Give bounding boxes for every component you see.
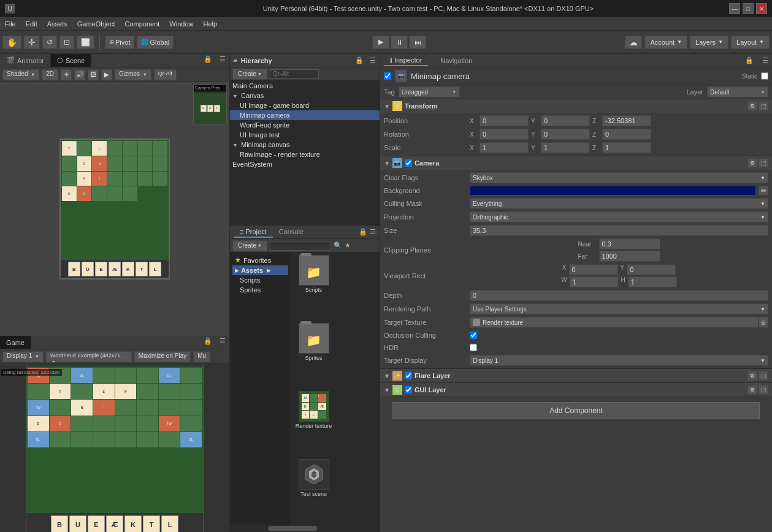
- rendering-path-dropdown[interactable]: Use Player Settings ▼: [470, 303, 768, 314]
- menu-window[interactable]: Window: [164, 19, 198, 29]
- resolution-select[interactable]: WordFeud Example (482x71... ▼: [46, 351, 132, 362]
- hier-wordfeud-sprite[interactable]: WordFeud sprite: [230, 120, 380, 130]
- tag-dropdown[interactable]: Untagged ▼: [399, 86, 460, 97]
- menu-assets[interactable]: Assets: [42, 19, 72, 29]
- inspector-menu-icon[interactable]: ☰: [762, 56, 768, 64]
- position-y-input[interactable]: [541, 115, 590, 126]
- camera-settings-icon[interactable]: ⚙: [747, 158, 757, 168]
- rotation-z-input[interactable]: [602, 129, 651, 140]
- hier-main-camera[interactable]: Main Camera: [230, 81, 380, 91]
- rotate-tool[interactable]: ↺: [42, 36, 57, 49]
- projection-dropdown[interactable]: Orthographic ▼: [470, 211, 768, 222]
- hdr-checkbox[interactable]: [470, 344, 477, 351]
- gui-layer-expand-icon[interactable]: ⬚: [759, 385, 768, 395]
- hier-ui-image-test[interactable]: UI Image test: [230, 130, 380, 140]
- scene-menu-icon[interactable]: ☰: [216, 54, 229, 67]
- menu-file[interactable]: File: [0, 19, 21, 29]
- scene-light-btn[interactable]: ☀: [61, 69, 72, 80]
- project-star-icon[interactable]: ★: [345, 241, 351, 249]
- twod-button[interactable]: 2D: [42, 69, 58, 80]
- tree-scripts[interactable]: Scripts: [232, 275, 288, 285]
- tab-project[interactable]: ≡ Project: [234, 227, 273, 238]
- scale-y-input[interactable]: [541, 142, 590, 153]
- maximize-on-play[interactable]: Maximize on Play: [134, 351, 191, 362]
- hier-canvas[interactable]: ▼ Canvas: [230, 91, 380, 101]
- flare-layer-settings-icon[interactable]: ⚙: [747, 371, 757, 381]
- background-color-picker-icon[interactable]: ✏: [759, 186, 768, 196]
- tab-animator[interactable]: 🎬 Animator: [0, 54, 51, 67]
- hand-tool[interactable]: ✋: [2, 36, 21, 49]
- play-button[interactable]: ▶: [372, 36, 389, 49]
- project-search-icon[interactable]: 🔍: [334, 241, 342, 249]
- menu-edit[interactable]: Edit: [21, 19, 42, 29]
- project-create-button[interactable]: Create ▼: [232, 240, 267, 251]
- vp-h-input[interactable]: [628, 276, 677, 287]
- project-lock-icon[interactable]: 🔒: [359, 228, 367, 236]
- hier-eventsystem[interactable]: EventSystem: [230, 159, 380, 169]
- position-x-input[interactable]: [480, 115, 529, 126]
- asset-test-scene[interactable]: Test scene: [294, 459, 334, 522]
- hierarchy-lock-icon[interactable]: 🔒: [355, 56, 364, 64]
- background-color-swatch[interactable]: [470, 186, 756, 196]
- tree-assets[interactable]: ▶ Assets ▶: [232, 265, 288, 275]
- scene-img-btn[interactable]: 🖼: [88, 69, 99, 80]
- camera-enabled-checkbox[interactable]: [405, 159, 412, 167]
- size-input[interactable]: [470, 225, 768, 236]
- gui-layer-settings-icon[interactable]: ⚙: [747, 385, 757, 395]
- display-select[interactable]: Display 1 ▼: [2, 351, 44, 362]
- tab-inspector[interactable]: ℹ Inspector: [384, 55, 428, 66]
- culling-mask-dropdown[interactable]: Everything ▼: [470, 198, 768, 209]
- occlusion-culling-checkbox[interactable]: [470, 332, 477, 339]
- pivot-button[interactable]: ⊕ Pivot: [105, 36, 134, 49]
- tab-game[interactable]: Game: [0, 336, 31, 349]
- transform-header[interactable]: ▼ ⊕ Transform ⚙ ⬚: [380, 99, 772, 113]
- hier-minimap-canvas[interactable]: ▼ Minimap canvas: [230, 140, 380, 150]
- menu-component[interactable]: Component: [120, 19, 164, 29]
- project-scrollbar[interactable]: [230, 525, 380, 532]
- camera-header[interactable]: ▼ 📷 Camera ⚙ ⬚: [380, 156, 772, 170]
- close-button[interactable]: ✕: [756, 3, 767, 14]
- vp-w-input[interactable]: [570, 276, 619, 287]
- far-input[interactable]: [599, 251, 660, 262]
- layout-button[interactable]: Layout ▼: [731, 36, 770, 49]
- layer-dropdown[interactable]: Default ▼: [707, 86, 768, 97]
- vp-y-input[interactable]: [627, 264, 676, 275]
- step-button[interactable]: ⏭: [409, 36, 426, 49]
- tab-console[interactable]: Console: [273, 227, 310, 238]
- asset-sprites[interactable]: 📁 Sprites: [294, 323, 334, 386]
- target-display-dropdown[interactable]: Display 1 ▼: [470, 355, 768, 366]
- target-texture-select-icon[interactable]: ◎: [759, 317, 768, 328]
- pause-button[interactable]: ⏸: [391, 36, 408, 49]
- shaded-button[interactable]: Shaded ▼: [2, 69, 39, 80]
- cloud-button[interactable]: ☁: [625, 36, 642, 49]
- camera-expand-icon[interactable]: ⬚: [759, 158, 768, 168]
- hierarchy-search-input[interactable]: [270, 69, 319, 79]
- static-checkbox[interactable]: [761, 72, 768, 80]
- project-menu-icon[interactable]: ☰: [370, 228, 376, 236]
- vp-x-input[interactable]: [569, 264, 618, 275]
- hier-minimap-camera[interactable]: Minimap camera: [230, 110, 380, 120]
- tab-scene[interactable]: ⬡ Scene: [51, 54, 91, 67]
- asset-render-texture[interactable]: N I E Æ T L: [294, 391, 334, 454]
- tree-favorites[interactable]: ★ Favorites: [232, 255, 288, 265]
- menu-gameobject[interactable]: GameObject: [72, 19, 120, 29]
- mute-button[interactable]: Mu: [193, 351, 210, 362]
- asset-scripts[interactable]: 📁 Scripts: [294, 255, 334, 318]
- transform-settings-icon[interactable]: ⚙: [747, 101, 757, 111]
- minimize-button[interactable]: —: [729, 3, 740, 14]
- layers-button[interactable]: Layers ▼: [690, 36, 728, 49]
- flare-layer-expand-icon[interactable]: ⬚: [759, 371, 768, 381]
- tab-navigation[interactable]: Navigation: [434, 56, 478, 66]
- gizmos-button[interactable]: Gizmos ▼: [115, 69, 151, 80]
- inspector-lock-icon[interactable]: 🔒: [745, 56, 754, 64]
- add-component-button[interactable]: Add Component: [392, 402, 760, 419]
- near-input[interactable]: [599, 238, 660, 249]
- flare-layer-checkbox[interactable]: [405, 372, 412, 379]
- scene-lock-icon[interactable]: 🔒: [200, 54, 216, 67]
- rect-tool[interactable]: ⬜: [77, 36, 94, 49]
- hier-rawimage[interactable]: RawImage - render texture: [230, 150, 380, 159]
- gui-layer-section[interactable]: ▼ G GUI Layer ⚙ ⬚: [380, 383, 772, 397]
- depth-input[interactable]: [470, 290, 768, 301]
- scale-x-input[interactable]: [480, 142, 529, 153]
- rotation-y-input[interactable]: [541, 129, 590, 140]
